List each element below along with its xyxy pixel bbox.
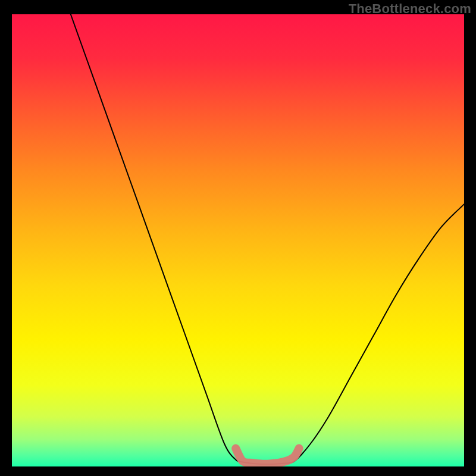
curve-plot [12, 14, 464, 466]
plot-area [12, 14, 464, 466]
gradient-background [12, 14, 464, 466]
chart-frame: TheBottleneck.com [0, 0, 476, 476]
watermark-text: TheBottleneck.com [349, 1, 471, 17]
